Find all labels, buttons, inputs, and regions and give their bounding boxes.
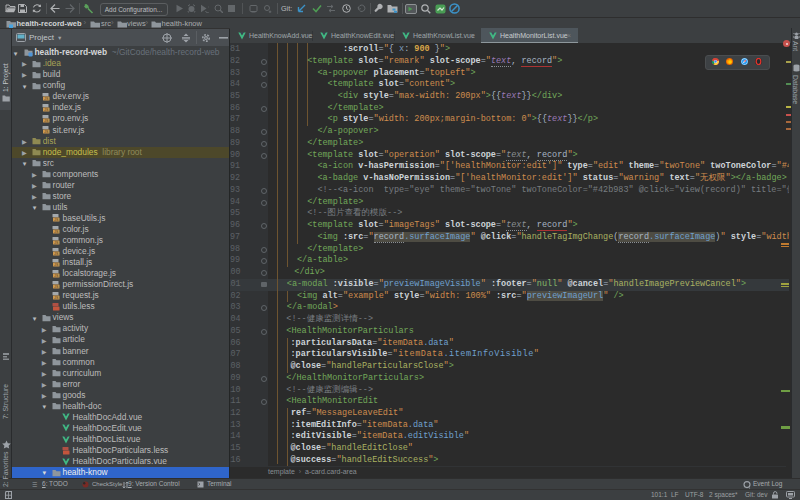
- svg-text:JS: JS: [54, 296, 59, 300]
- svg-text:JS: JS: [44, 119, 49, 123]
- svg-text:JS: JS: [44, 130, 49, 134]
- svg-text:JS: JS: [54, 241, 59, 245]
- svg-text:JS: JS: [54, 252, 59, 256]
- svg-text:JS: JS: [54, 274, 59, 278]
- svg-text:JS: JS: [44, 97, 49, 101]
- svg-text:JS: JS: [54, 263, 59, 267]
- svg-text:JS: JS: [54, 285, 59, 289]
- svg-text:JS: JS: [44, 108, 49, 112]
- svg-text:JS: JS: [54, 218, 59, 222]
- svg-text:JS: JS: [54, 230, 59, 234]
